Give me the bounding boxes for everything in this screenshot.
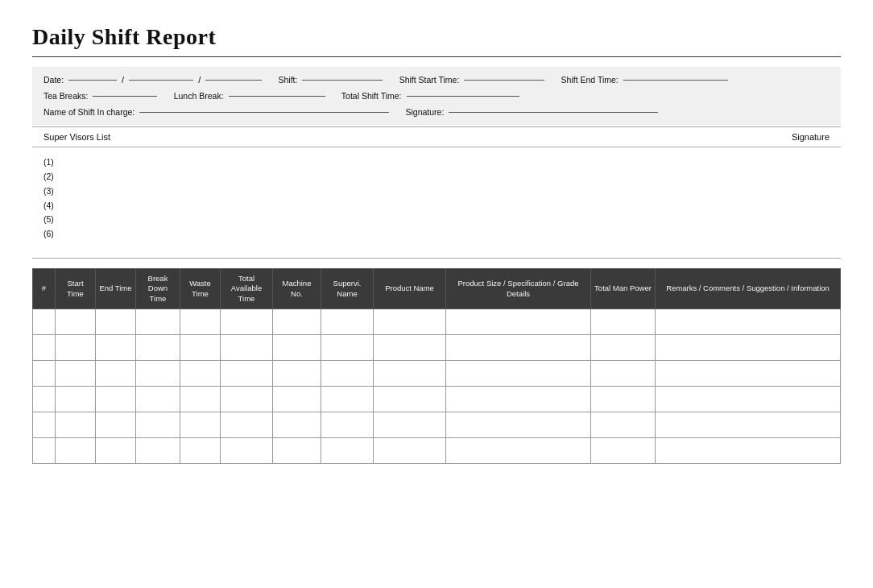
table-cell[interactable] [221,309,273,335]
table-cell[interactable] [180,335,221,361]
table-cell[interactable] [374,412,446,438]
table-cell[interactable] [446,309,591,335]
shift-start-field[interactable] [464,80,544,81]
table-cell[interactable] [446,387,591,412]
table-cell[interactable] [273,412,321,438]
shift-label: Shift: [278,75,297,85]
table-row[interactable] [33,335,841,361]
table-cell[interactable] [33,438,56,464]
lunch-break-field[interactable] [229,96,325,97]
table-cell[interactable] [96,361,136,387]
table-cell[interactable] [180,438,221,464]
table-cell[interactable] [374,438,446,464]
table-cell[interactable] [33,387,56,412]
table-cell[interactable] [56,361,96,387]
table-cell[interactable] [273,335,321,361]
table-cell[interactable] [56,309,96,335]
table-cell[interactable] [56,387,96,412]
table-cell[interactable] [56,335,96,361]
table-cell[interactable] [591,309,656,335]
table-row[interactable] [33,361,841,387]
table-cell[interactable] [374,387,446,412]
shift-end-field[interactable] [623,80,728,81]
table-row[interactable] [33,438,841,464]
tea-breaks-field[interactable] [93,96,157,97]
table-cell[interactable] [591,335,656,361]
list-item: (6) [43,227,830,242]
col-breakdown-time: Break Down Time [136,269,180,309]
table-cell[interactable] [136,412,180,438]
table-cell[interactable] [96,387,136,412]
table-cell[interactable] [591,438,656,464]
table-cell[interactable] [321,309,374,335]
table-cell[interactable] [374,335,446,361]
name-label: Name of Shift In charge: [43,107,134,117]
table-cell[interactable] [136,361,180,387]
date-slash-2: / [198,75,201,85]
table-cell[interactable] [56,412,96,438]
table-cell[interactable] [374,361,446,387]
table-cell[interactable] [180,387,221,412]
table-cell[interactable] [136,309,180,335]
table-cell[interactable] [33,361,56,387]
table-cell[interactable] [221,361,273,387]
table-cell[interactable] [656,361,841,387]
table-cell[interactable] [136,335,180,361]
table-cell[interactable] [33,335,56,361]
table-cell[interactable] [136,438,180,464]
date-field-1[interactable] [68,80,117,81]
table-cell[interactable] [273,387,321,412]
table-cell[interactable] [56,438,96,464]
table-cell[interactable] [321,412,374,438]
table-row[interactable] [33,412,841,438]
table-cell[interactable] [446,361,591,387]
col-total-man-power: Total Man Power [591,269,656,309]
table-cell[interactable] [591,361,656,387]
lunch-break-label: Lunch Break: [174,91,224,101]
table-cell[interactable] [33,412,56,438]
table-cell[interactable] [33,309,56,335]
table-cell[interactable] [656,412,841,438]
table-cell[interactable] [656,387,841,412]
table-cell[interactable] [656,309,841,335]
table-cell[interactable] [221,412,273,438]
table-cell[interactable] [221,335,273,361]
table-cell[interactable] [321,438,374,464]
table-cell[interactable] [446,438,591,464]
table-cell[interactable] [96,412,136,438]
table-cell[interactable] [656,335,841,361]
date-field-3[interactable] [205,80,262,81]
table-row[interactable] [33,309,841,335]
table-cell[interactable] [273,361,321,387]
table-cell[interactable] [180,309,221,335]
table-row[interactable] [33,387,841,412]
supervisors-signature-label: Signature [792,132,830,142]
table-cell[interactable] [180,361,221,387]
table-cell[interactable] [321,361,374,387]
date-field-2[interactable] [129,80,193,81]
table-cell[interactable] [374,309,446,335]
table-cell[interactable] [591,412,656,438]
table-cell[interactable] [136,387,180,412]
total-shift-field[interactable] [407,96,519,97]
table-cell[interactable] [221,438,273,464]
table-cell[interactable] [273,438,321,464]
col-product-size: Product Size / Specification / Grade Det… [446,269,591,309]
table-cell[interactable] [446,412,591,438]
table-cell[interactable] [180,412,221,438]
table-cell[interactable] [321,387,374,412]
table-cell[interactable] [96,438,136,464]
table-cell[interactable] [96,309,136,335]
table-cell[interactable] [221,387,273,412]
table-cell[interactable] [96,335,136,361]
name-field[interactable] [139,112,389,113]
table-cell[interactable] [273,309,321,335]
signature-field[interactable] [449,112,658,113]
table-cell[interactable] [446,335,591,361]
table-cell[interactable] [656,438,841,464]
title-divider [32,56,841,57]
table-cell[interactable] [321,335,374,361]
date-shift-row: Date: / / Shift: Shift Start Time: Shift… [43,75,830,85]
shift-field[interactable] [302,80,383,81]
table-cell[interactable] [591,387,656,412]
